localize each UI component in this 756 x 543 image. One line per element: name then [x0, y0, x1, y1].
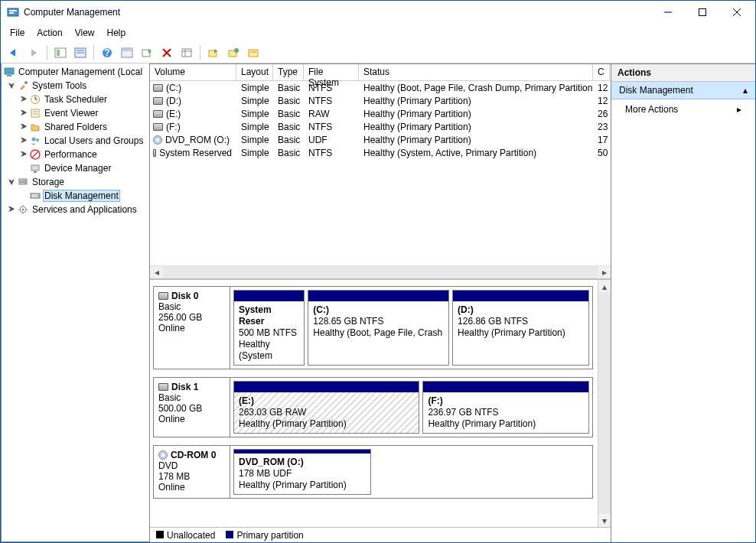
svg-rect-8 [57, 50, 60, 56]
expand-icon[interactable]: ⮞ [18, 94, 29, 105]
menu-action[interactable]: Action [31, 25, 68, 41]
forward-button[interactable] [25, 44, 42, 61]
tree-local-users[interactable]: ⮞ Local Users and Groups [2, 134, 149, 148]
dvd-icon [158, 450, 168, 460]
actions-selected[interactable]: Disk Management ▴ [611, 82, 755, 99]
toolbar-btn-9[interactable] [205, 44, 222, 61]
menu-view[interactable]: View [69, 25, 101, 41]
scroll-track[interactable] [598, 293, 611, 514]
expand-icon[interactable]: ⮞ [18, 122, 29, 132]
scroll-down-icon[interactable]: ▾ [598, 514, 611, 527]
volume-row[interactable]: (C:)SimpleBasicNTFSHealthy (Boot, Page F… [150, 81, 611, 94]
volume-name: (F:) [166, 122, 181, 132]
services-icon [17, 203, 29, 216]
partition[interactable]: (C:)128.65 GB NTFSHealthy (Boot, Page Fi… [308, 290, 449, 366]
partition[interactable]: (E:)263.03 GB RAWHealthy (Primary Partit… [233, 381, 419, 434]
back-button[interactable] [5, 44, 22, 61]
delete-button[interactable] [158, 44, 175, 61]
partition[interactable]: (F:)236.97 GB NTFSHealthy (Primary Parti… [422, 381, 589, 434]
drive-icon [158, 383, 168, 391]
volume-row[interactable]: DVD_ROM (O:)SimpleBasicUDFHealthy (Prima… [150, 133, 611, 146]
titlebar: Computer Management [1, 1, 755, 24]
volume-name: System Reserved [159, 148, 232, 158]
partition-label: (F:) [428, 395, 584, 407]
show-hide-tree-button[interactable] [52, 44, 69, 61]
horizontal-scrollbar[interactable]: ◂ ▸ [150, 265, 611, 278]
menu-help[interactable]: Help [101, 25, 132, 41]
toolbar-btn-6[interactable] [138, 44, 155, 61]
window-title: Computer Management [24, 7, 650, 18]
volume-name: (C:) [166, 83, 181, 93]
tree-event-viewer[interactable]: ⮞ Event Viewer [2, 106, 149, 120]
menu-file[interactable]: File [4, 25, 31, 41]
partition[interactable]: DVD_ROM (O:)178 MB UDFHealthy (Primary P… [233, 449, 371, 495]
col-status[interactable]: Status [359, 64, 593, 80]
minimize-button[interactable] [650, 2, 685, 23]
tree-root[interactable]: Computer Management (Local [2, 65, 149, 79]
svg-point-36 [32, 138, 36, 141]
tree-shared-folders[interactable]: ⮞ Shared Folders [2, 120, 149, 134]
volume-row[interactable]: System ReservedSimpleBasicNTFSHealthy (S… [150, 146, 611, 159]
tree-storage[interactable]: ⮟ Storage [2, 175, 149, 189]
close-button[interactable] [719, 2, 754, 23]
toolbar-btn-11[interactable] [245, 44, 262, 61]
tree-device-manager[interactable]: Device Manager [2, 161, 149, 175]
expand-icon[interactable]: ⮞ [6, 204, 17, 215]
col-filesystem[interactable]: File System [304, 64, 359, 80]
collapse-icon[interactable]: ⮟ [6, 80, 17, 91]
volume-capacity: 50 [593, 148, 610, 158]
tree-task-scheduler[interactable]: ⮞ Task Scheduler [2, 93, 149, 106]
partition[interactable]: (D:)126.86 GB NTFSHealthy (Primary Parti… [452, 290, 589, 366]
expand-icon[interactable]: ⮞ [18, 149, 29, 160]
volume-row[interactable]: (E:)SimpleBasicRAWHealthy (Primary Parti… [150, 107, 611, 120]
volume-status: Healthy (Primary Partition) [359, 96, 593, 106]
actions-more[interactable]: More Actions ▸ [611, 99, 755, 119]
volume-name: (D:) [166, 96, 181, 106]
disk-name: Disk 1 [171, 382, 198, 392]
tree-disk-management[interactable]: Disk Management [2, 189, 149, 203]
center-panel: Volume Layout Type File System Status C … [150, 63, 611, 542]
volume-header: Volume Layout Type File System Status C [150, 64, 611, 81]
toolbar-btn-8[interactable] [178, 44, 195, 61]
col-capacity[interactable]: C [593, 64, 610, 80]
col-type[interactable]: Type [273, 64, 304, 80]
scroll-up-icon[interactable]: ▴ [598, 280, 611, 293]
storage-icon [17, 176, 29, 188]
svg-rect-28 [7, 75, 11, 76]
tree-system-tools[interactable]: ⮟ System Tools [2, 79, 149, 93]
volume-type: Basic [273, 83, 304, 93]
tree-services[interactable]: ⮞ Services and Applications [2, 203, 149, 216]
volume-row[interactable]: (D:)SimpleBasicNTFSHealthy (Primary Part… [150, 94, 611, 107]
col-layout[interactable]: Layout [236, 64, 273, 80]
partition[interactable]: System Reser500 MB NTFSHealthy (System [233, 290, 305, 366]
volume-name: DVD_ROM (O:) [165, 135, 230, 145]
partition-status: Healthy (System [239, 339, 299, 362]
scroll-track[interactable] [163, 266, 598, 279]
scroll-right-icon[interactable]: ▸ [598, 266, 611, 279]
partition-bar [308, 291, 448, 301]
toolbar-btn-5[interactable] [119, 44, 135, 61]
disk-size: 178 MB [158, 471, 225, 482]
expand-icon[interactable]: ⮞ [18, 135, 29, 146]
maximize-button[interactable] [685, 2, 719, 23]
volume-fs: RAW [304, 109, 359, 119]
volume-capacity: 26 [593, 109, 610, 119]
toolbar-btn-10[interactable] [225, 44, 242, 61]
vertical-scrollbar[interactable]: ▴ ▾ [598, 280, 611, 527]
help-button[interactable]: ? [99, 44, 116, 61]
volume-type: Basic [273, 135, 304, 145]
collapse-icon[interactable]: ⮟ [6, 177, 17, 187]
properties-button[interactable] [72, 44, 89, 61]
disk-state: Online [158, 482, 225, 493]
disk-name: CD-ROM 0 [171, 450, 216, 460]
volume-capacity: 12 [593, 96, 610, 106]
disk-row: Disk 1Basic500.00 GBOnline(E:)263.03 GB … [153, 377, 593, 437]
partition-bar [234, 291, 304, 301]
col-volume[interactable]: Volume [150, 64, 236, 80]
disk-info: Disk 0Basic256.00 GBOnline [154, 287, 230, 369]
expand-icon[interactable]: ⮞ [18, 108, 29, 119]
partition-size: 178 MB UDF [239, 468, 366, 480]
volume-row[interactable]: (F:)SimpleBasicNTFSHealthy (Primary Part… [150, 120, 611, 133]
tree-performance[interactable]: ⮞ Performance [2, 148, 149, 161]
scroll-left-icon[interactable]: ◂ [150, 266, 163, 279]
